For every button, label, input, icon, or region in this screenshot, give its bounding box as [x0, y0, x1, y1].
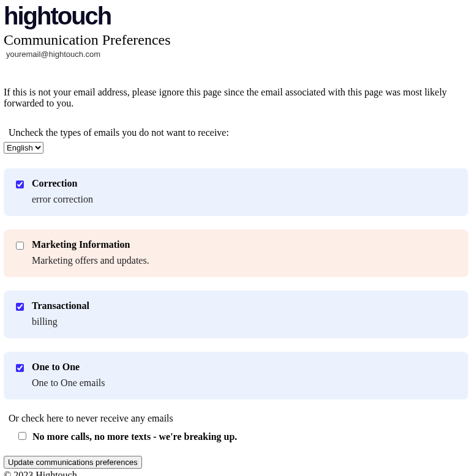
category-checkbox-marketing[interactable] [16, 242, 24, 250]
update-preferences-button[interactable]: Update communications preferences [4, 456, 142, 469]
email-notice: If this is not your email address, pleas… [4, 87, 468, 109]
category-card-one-to-one: One to One One to One emails [4, 352, 468, 400]
category-checkbox-transactional[interactable] [16, 303, 24, 311]
category-title: One to One [32, 362, 459, 373]
hightouch-logo: hightouch [4, 5, 468, 29]
category-title: Marketing Information [32, 239, 459, 250]
category-card-correction: Correction error correction [4, 168, 468, 216]
global-opt-out-intro: Or check here to never receive any email… [9, 413, 468, 424]
category-card-marketing: Marketing Information Marketing offers a… [4, 229, 468, 277]
category-description: Marketing offers and updates. [32, 255, 459, 266]
global-opt-out-label[interactable]: No more calls, no more texts - we're bre… [32, 431, 237, 442]
category-card-transactional: Transactional billing [4, 291, 468, 338]
language-select[interactable]: English [4, 142, 43, 154]
instructions-text: Uncheck the types of emails you do not w… [9, 127, 468, 138]
footer-copyright: © 2023 Hightouch [4, 470, 468, 476]
category-title: Transactional [32, 300, 459, 311]
global-opt-out-checkbox[interactable] [18, 432, 26, 440]
svg-text:hightouch: hightouch [4, 5, 111, 29]
user-email: youremail@hightouch.com [6, 50, 468, 59]
page-title: Communication Preferences [4, 32, 468, 48]
category-checkbox-correction[interactable] [16, 180, 24, 188]
category-title: Correction [32, 178, 459, 189]
category-checkbox-one-to-one[interactable] [16, 364, 24, 372]
category-description: billing [32, 316, 459, 327]
category-description: error correction [32, 194, 459, 205]
category-description: One to One emails [32, 377, 459, 389]
